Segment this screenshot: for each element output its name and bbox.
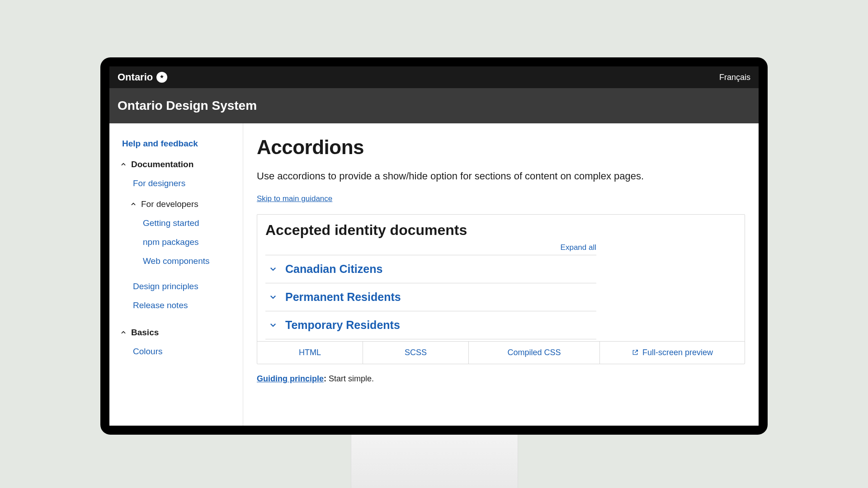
sidebar-item-design-principles[interactable]: Design principles: [133, 277, 237, 296]
example-title: Accepted identity documents: [265, 222, 736, 239]
accordion-label: Canadian Citizens: [285, 263, 382, 276]
code-tabs: HTML SCSS Compiled CSS Full-screen previ…: [257, 341, 745, 364]
sidebar-nav: Help and feedback Documentation For desi…: [109, 123, 243, 426]
page-title: Accordions: [257, 136, 745, 159]
main-content: Accordions Use accordions to provide a s…: [243, 123, 759, 426]
example-panel: Accepted identity documents Expand all C…: [257, 214, 745, 364]
accordion-item-canadian-citizens[interactable]: Canadian Citizens: [265, 255, 596, 283]
sidebar-section-label: Basics: [131, 328, 159, 338]
sidebar-item-release-notes[interactable]: Release notes: [133, 296, 237, 315]
accordion-item-permanent-residents[interactable]: Permanent Residents: [265, 283, 596, 311]
expand-all-button[interactable]: Expand all: [561, 243, 596, 252]
guiding-principle-link[interactable]: Guiding principle: [257, 374, 324, 383]
tab-fullscreen-preview[interactable]: Full-screen preview: [600, 342, 745, 364]
sidebar-section-basics[interactable]: Basics: [120, 321, 237, 342]
sidebar-section-label: Documentation: [131, 160, 193, 169]
brand-logo[interactable]: Ontario: [118, 71, 167, 83]
sidebar-section-label: For developers: [141, 199, 198, 209]
site-subheader: Ontario Design System: [109, 88, 759, 123]
external-link-icon: [632, 349, 639, 356]
ontario-trillium-icon: [156, 72, 167, 83]
language-toggle[interactable]: Français: [719, 73, 750, 82]
chevron-up-icon: [120, 329, 127, 336]
accordion-label: Temporary Residents: [285, 319, 400, 332]
skip-to-guidance-link[interactable]: Skip to main guidance: [257, 194, 332, 203]
chevron-down-icon: [269, 293, 277, 301]
site-title: Ontario Design System: [118, 99, 257, 113]
tab-scss[interactable]: SCSS: [363, 342, 469, 364]
accordion-item-temporary-residents[interactable]: Temporary Residents: [265, 311, 596, 339]
sidebar-item-npm-packages[interactable]: npm packages: [143, 233, 237, 252]
brand-text: Ontario: [118, 71, 153, 83]
sidebar-help-feedback[interactable]: Help and feedback: [120, 134, 237, 153]
chevron-up-icon: [120, 161, 127, 168]
chevron-down-icon: [269, 265, 277, 273]
sidebar-item-web-components[interactable]: Web components: [143, 252, 237, 271]
monitor-stand: [351, 435, 518, 488]
monitor-frame: Ontario Français Ontario Design System H…: [100, 57, 768, 435]
tab-label: Full-screen preview: [642, 348, 713, 357]
screen: Ontario Français Ontario Design System H…: [109, 66, 759, 426]
guiding-principle-text: Start simple.: [326, 374, 374, 383]
topbar: Ontario Français: [109, 66, 759, 88]
guiding-principle-line: Guiding principle: Start simple.: [257, 374, 745, 384]
accordion-label: Permanent Residents: [285, 291, 401, 304]
tab-html[interactable]: HTML: [257, 342, 363, 364]
sidebar-item-getting-started[interactable]: Getting started: [143, 214, 237, 233]
sidebar-section-for-developers[interactable]: For developers: [120, 193, 237, 214]
chevron-up-icon: [130, 201, 137, 207]
accordion-list: Canadian Citizens Permanent Residents Te…: [265, 255, 736, 339]
page-intro: Use accordions to provide a show/hide op…: [257, 169, 745, 183]
sidebar-item-colours[interactable]: Colours: [133, 342, 237, 361]
sidebar-item-for-designers[interactable]: For designers: [133, 174, 237, 193]
chevron-down-icon: [269, 321, 277, 329]
tab-compiled-css[interactable]: Compiled CSS: [469, 342, 600, 364]
sidebar-section-documentation[interactable]: Documentation: [120, 153, 237, 174]
